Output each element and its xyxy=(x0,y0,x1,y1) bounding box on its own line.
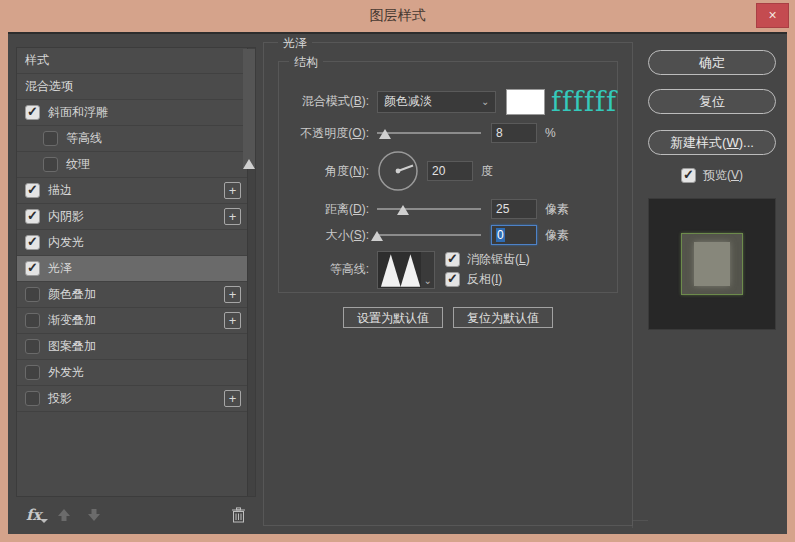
move-up-icon[interactable] xyxy=(57,508,71,522)
angle-dial[interactable] xyxy=(377,150,419,192)
sidebar-item[interactable]: 颜色叠加 + xyxy=(17,282,247,308)
sidebar-toolbar: fx xyxy=(16,503,256,527)
style-enable-checkbox[interactable] xyxy=(25,365,40,380)
size-slider[interactable] xyxy=(377,226,481,244)
add-instance-button[interactable]: + xyxy=(224,182,241,199)
effect-preview-thumbnail xyxy=(648,198,776,330)
blend-mode-row: 混合模式(B): 颜色减淡 ⌄ ffffff xyxy=(283,86,617,117)
sidebar-item-label: 混合选项 xyxy=(25,78,241,95)
new-style-button[interactable]: 新建样式(W)... xyxy=(648,130,776,155)
sidebar-item[interactable]: 混合选项 xyxy=(17,74,247,100)
style-enable-checkbox[interactable] xyxy=(25,391,40,406)
blend-mode-label: 混合模式(B): xyxy=(283,93,369,110)
sidebar-item[interactable]: 纹理 xyxy=(17,152,247,178)
style-enable-checkbox[interactable] xyxy=(25,235,40,250)
style-enable-checkbox[interactable] xyxy=(25,339,40,354)
add-instance-button[interactable]: + xyxy=(224,312,241,329)
sidebar-item-label: 外发光 xyxy=(48,364,241,381)
reset-button[interactable]: 复位 xyxy=(648,89,776,114)
angle-row: 角度(N): 20 度 xyxy=(283,149,617,193)
move-down-icon[interactable] xyxy=(87,508,101,522)
style-enable-checkbox[interactable] xyxy=(25,287,40,302)
opacity-unit: % xyxy=(545,126,556,140)
sidebar-scrollbar[interactable] xyxy=(247,48,255,496)
add-instance-button[interactable]: + xyxy=(224,208,241,225)
distance-input[interactable]: 25 xyxy=(491,199,537,219)
sidebar-item-label: 等高线 xyxy=(66,130,241,147)
invert-checkbox[interactable] xyxy=(445,272,460,287)
sidebar-item-label: 内阴影 xyxy=(48,208,224,225)
distance-row: 距离(D): 25 像素 xyxy=(283,199,617,219)
slider-thumb[interactable] xyxy=(397,205,409,215)
satin-color-swatch[interactable] xyxy=(506,89,545,115)
sidebar-item-label: 颜色叠加 xyxy=(48,286,224,303)
anti-alias-checkbox-row[interactable]: 消除锯齿(L) xyxy=(445,251,530,268)
sidebar-item[interactable]: 描边 + xyxy=(17,178,247,204)
contour-picker[interactable]: ⌄ xyxy=(377,251,435,289)
invert-checkbox-row[interactable]: 反相(I) xyxy=(445,271,530,288)
sidebar-item-label: 内发光 xyxy=(48,234,241,251)
styles-list: 样式 混合选项 斜面和浮雕 等高线 纹理 xyxy=(16,47,256,497)
sidebar-item[interactable]: 投影 + xyxy=(17,386,247,412)
scrollbar-thumb[interactable] xyxy=(243,49,255,169)
preview-label: 预览(V) xyxy=(703,167,743,184)
sidebar-item[interactable]: 外发光 xyxy=(17,360,247,386)
style-enable-checkbox[interactable] xyxy=(25,183,40,198)
style-enable-checkbox[interactable] xyxy=(25,105,40,120)
style-enable-checkbox[interactable] xyxy=(25,261,40,276)
sidebar-item-label: 图案叠加 xyxy=(48,338,241,355)
color-hex-annotation: ffffff xyxy=(551,86,617,117)
blend-mode-select[interactable]: 颜色减淡 ⌄ xyxy=(377,91,496,113)
preview-checkbox[interactable] xyxy=(681,168,696,183)
sidebar-item-label: 渐变叠加 xyxy=(48,312,224,329)
style-enable-checkbox[interactable] xyxy=(25,313,40,328)
sidebar-item[interactable]: 样式 xyxy=(17,48,247,74)
sidebar-item[interactable]: 内阴影 + xyxy=(17,204,247,230)
delete-effect-icon[interactable] xyxy=(231,507,246,523)
distance-slider[interactable] xyxy=(377,200,481,218)
selected-text: 0 xyxy=(496,228,505,242)
opacity-row: 不透明度(O): 8 % xyxy=(283,123,617,143)
close-button[interactable]: × xyxy=(756,3,789,28)
preview-inner-square xyxy=(694,242,730,286)
slider-thumb[interactable] xyxy=(379,129,391,139)
action-column: 确定 复位 新建样式(W)... 预览(V) xyxy=(648,50,786,330)
slider-thumb[interactable] xyxy=(371,231,383,241)
layer-style-dialog-window: 图层样式 × 样式 混合选项 斜面和浮雕 xyxy=(0,0,795,542)
satin-settings-panel: 光泽 结构 混合模式(B): 颜色减淡 ⌄ ffffff 不透明度(O): xyxy=(263,42,633,526)
resize-grip[interactable] xyxy=(632,520,648,528)
angle-input[interactable]: 20 xyxy=(427,161,473,181)
opacity-input[interactable]: 8 xyxy=(491,123,537,143)
style-enable-checkbox[interactable] xyxy=(43,131,58,146)
sidebar-item[interactable]: 等高线 xyxy=(17,126,247,152)
opacity-slider[interactable] xyxy=(377,124,481,142)
sidebar-item[interactable]: 光泽 xyxy=(17,256,247,282)
invert-label: 反相(I) xyxy=(467,271,502,288)
slider-track xyxy=(377,234,481,236)
sidebar-item[interactable]: 渐变叠加 + xyxy=(17,308,247,334)
add-instance-button[interactable]: + xyxy=(224,286,241,303)
blend-mode-value: 颜色减淡 xyxy=(384,93,481,110)
slider-track xyxy=(377,132,481,134)
style-enable-checkbox[interactable] xyxy=(25,209,40,224)
sidebar-item[interactable]: 内发光 xyxy=(17,230,247,256)
default-buttons-row: 设置为默认值 复位为默认值 xyxy=(264,307,632,328)
contour-label: 等高线: xyxy=(283,261,369,278)
sidebar-item[interactable]: 图案叠加 xyxy=(17,334,247,360)
panel-title: 光泽 xyxy=(278,35,312,52)
size-row: 大小(S): 0 像素 xyxy=(283,225,617,245)
sidebar-item-label: 投影 xyxy=(48,390,224,407)
preview-checkbox-row[interactable]: 预览(V) xyxy=(648,167,776,184)
style-enable-checkbox[interactable] xyxy=(43,157,58,172)
make-default-button[interactable]: 设置为默认值 xyxy=(343,307,443,328)
titlebar: 图层样式 × xyxy=(0,0,795,32)
ok-button[interactable]: 确定 xyxy=(648,50,776,75)
contour-dropdown-arrow[interactable]: ⌄ xyxy=(421,252,434,288)
fx-menu-icon[interactable]: fx xyxy=(26,506,41,524)
reset-default-button[interactable]: 复位为默认值 xyxy=(453,307,553,328)
anti-alias-checkbox[interactable] xyxy=(445,252,460,267)
add-instance-button[interactable]: + xyxy=(224,390,241,407)
size-input[interactable]: 0 xyxy=(491,225,537,245)
sidebar-item[interactable]: 斜面和浮雕 xyxy=(17,100,247,126)
size-unit: 像素 xyxy=(545,227,569,244)
